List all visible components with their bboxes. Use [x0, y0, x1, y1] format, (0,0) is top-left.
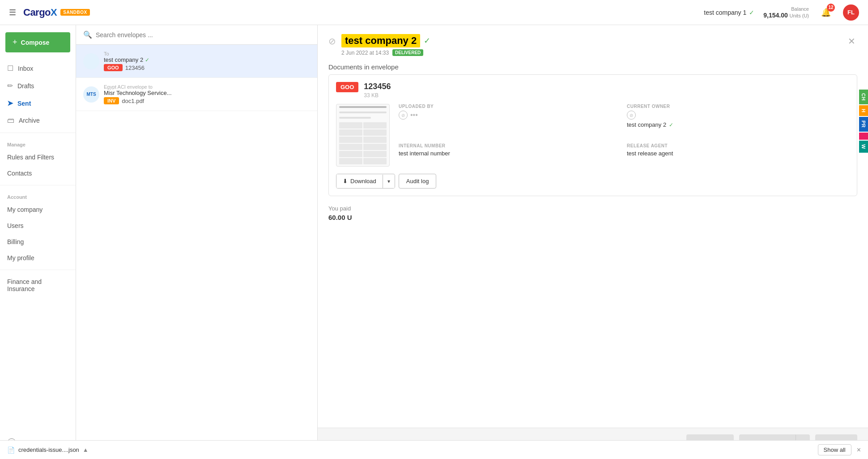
show-all-button[interactable]: Show all [818, 444, 851, 455]
file-bar-close-button[interactable]: × [857, 446, 861, 454]
notification-badge: 12 [827, 4, 835, 12]
right-label-h[interactable]: H [859, 105, 868, 116]
download-button[interactable]: ⬇ Download [336, 174, 383, 188]
drafts-icon: ✏ [7, 82, 13, 90]
company-name: test company 1 [704, 9, 746, 16]
right-labels: CH H PR W [859, 90, 868, 153]
file-bar-left: 📄 credentials-issue....json ▲ [7, 446, 89, 454]
header-right: test company 1 ✓ Balance 9,154.00 Units … [704, 4, 859, 21]
you-paid-value: 60.00 U [328, 214, 857, 221]
email-meta: INV doc1.pdf [104, 97, 310, 104]
notification-button[interactable]: 🔔 12 [818, 4, 834, 21]
download-label: Download [350, 178, 376, 184]
billing-label: Billing [7, 238, 24, 245]
doc-actions: ⬇ Download ▾ Audit log [336, 174, 850, 189]
delivered-badge: DELIVERED [392, 49, 423, 56]
right-label-ch[interactable]: CH [859, 90, 868, 104]
dots-icon[interactable]: ••• [410, 111, 418, 119]
sidebar-item-finance[interactable]: Finance and Insurance [0, 274, 76, 297]
sandbox-badge: SANDBOX [60, 9, 90, 16]
right-label-w[interactable]: W [859, 141, 868, 153]
menu-button[interactable]: ☰ [9, 8, 16, 17]
doc-meta-release-agent: RELEASE AGENT test release agent [627, 143, 850, 167]
email-to-label: To [104, 51, 310, 56]
doc-name: 123456 [125, 64, 145, 71]
sidebar-item-billing[interactable]: Billing [0, 234, 76, 250]
envelope-date: 2 Jun 2022 at 14:33 DELIVERED [341, 49, 430, 56]
preview-table [339, 122, 387, 164]
preview-cell [339, 137, 362, 143]
finance-label: Finance and Insurance [7, 278, 68, 292]
doc-card-name: 123456 [364, 82, 391, 91]
search-input[interactable] [96, 31, 310, 39]
logo: CargoX SANDBOX [23, 7, 90, 18]
close-panel-button[interactable]: ✕ [846, 34, 857, 48]
sent-icon: ➤ [7, 99, 13, 107]
preview-cell [363, 122, 387, 129]
current-owner-label: CURRENT OWNER [627, 104, 850, 109]
plus-icon: + [13, 38, 17, 47]
sidebar-item-inbox[interactable]: ☐ Inbox [0, 60, 76, 77]
doc-meta-uploaded-by: UPLOADED BY ⊘ ••• [399, 104, 621, 138]
internal-number-label: INTERNAL NUMBER [399, 143, 621, 148]
company-verified-icon: ✓ [749, 9, 754, 16]
compose-label: Compose [21, 39, 50, 46]
download-icon: ⬇ [343, 178, 348, 184]
preview-cell [363, 144, 387, 150]
file-expand-icon[interactable]: ▲ [83, 446, 89, 453]
doc-card-size: 33 KB [364, 92, 391, 99]
sidebar-item-archive[interactable]: 🗃 Archive [0, 112, 76, 129]
right-label-pink[interactable] [859, 133, 868, 140]
search-icon: 🔍 [83, 30, 92, 39]
main-nav: ☐ Inbox ✏ Drafts ➤ Sent 🗃 Archive [0, 60, 76, 129]
doc-card: GOO 123456 33 KB [328, 74, 857, 196]
sidebar: + Compose ☐ Inbox ✏ Drafts ➤ Sent 🗃 Arch… [0, 25, 76, 459]
my-company-label: My company [7, 206, 43, 213]
sidebar-item-users[interactable]: Users [0, 218, 76, 234]
email-item[interactable]: MTS Egypt ACI envelope to Misr Technolog… [76, 78, 317, 111]
sidebar-item-rules[interactable]: Rules and Filters [0, 149, 76, 165]
doc-card-title-area: 123456 33 KB [364, 82, 391, 99]
doc-preview [336, 104, 390, 167]
company-selector[interactable]: test company 1 ✓ [704, 9, 754, 16]
preview-cell [363, 158, 387, 164]
my-profile-label: My profile [7, 254, 34, 262]
download-dropdown-button[interactable]: ▾ [383, 175, 395, 188]
sidebar-item-my-company[interactable]: My company [0, 202, 76, 218]
envelope-company: test company 2 [341, 34, 420, 47]
uploaded-by-label: UPLOADED BY [399, 104, 621, 109]
you-paid-section: You paid 60.00 U [318, 196, 868, 230]
email-to-label: Egypt ACI envelope to [104, 84, 310, 90]
balance-label: Balance [763, 6, 809, 12]
envelope-title: test company 2 ✓ [341, 34, 430, 47]
download-button-group[interactable]: ⬇ Download ▾ [336, 174, 395, 189]
rules-label: Rules and Filters [7, 154, 54, 161]
preview-line [339, 112, 387, 113]
preview-line [339, 117, 371, 119]
preview-cell [339, 158, 362, 164]
email-avatar-mts: MTS [83, 86, 99, 103]
compose-button[interactable]: + Compose [5, 32, 70, 52]
release-agent-value: test release agent [627, 150, 850, 157]
contacts-label: Contacts [7, 170, 32, 177]
file-bar: 📄 credentials-issue....json ▲ Show all × [0, 440, 868, 459]
email-item[interactable]: To test company 2 ✓ GOO 123456 [76, 45, 317, 78]
email-meta: GOO 123456 [104, 64, 310, 71]
email-recipient: test company 2 ✓ [104, 56, 310, 63]
doc-meta-current-owner: CURRENT OWNER ⊘ test company 2 ✓ [627, 104, 850, 138]
preview-cell [363, 129, 387, 136]
sidebar-item-sent[interactable]: ➤ Sent [0, 94, 76, 112]
sidebar-item-contacts[interactable]: Contacts [0, 165, 76, 181]
doc-meta-grid: UPLOADED BY ⊘ ••• CURRENT OWNER ⊘ test c… [399, 104, 850, 167]
internal-number-value: test internal number [399, 150, 621, 157]
email-content: To test company 2 ✓ GOO 123456 [104, 51, 310, 71]
release-agent-label: RELEASE AGENT [627, 143, 850, 148]
sidebar-item-my-profile[interactable]: My profile [0, 250, 76, 266]
balance-value: 9,154.00 Units (U) [763, 12, 809, 19]
audit-log-button[interactable]: Audit log [399, 174, 437, 189]
doc-badge-inv: INV [104, 97, 119, 104]
right-label-pr[interactable]: PR [859, 117, 868, 131]
avatar[interactable]: FL [843, 4, 859, 21]
preview-cell [339, 144, 362, 150]
sidebar-item-drafts[interactable]: ✏ Drafts [0, 77, 76, 94]
